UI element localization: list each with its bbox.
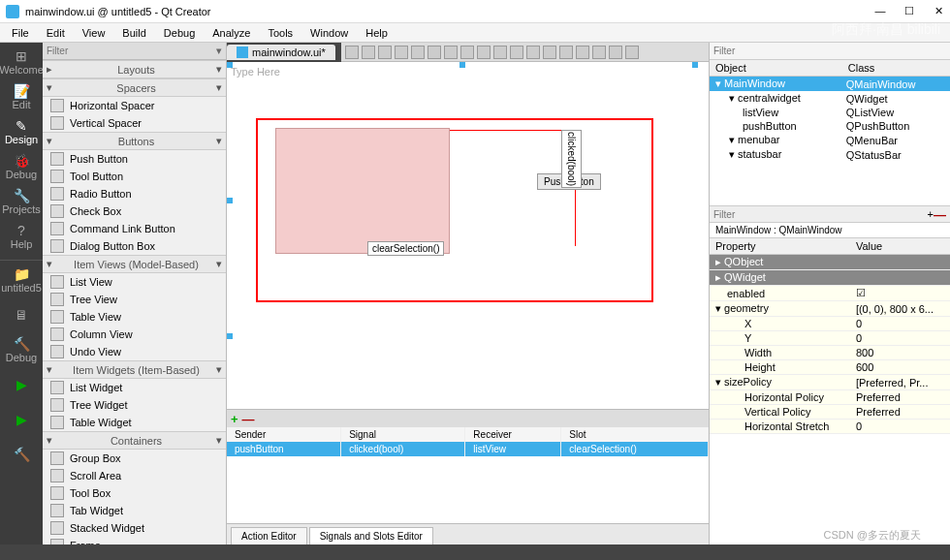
menu-edit[interactable]: Edit	[39, 25, 73, 41]
mode-edit[interactable]: 📝Edit	[2, 81, 41, 112]
remove-icon[interactable]: —	[242, 412, 255, 426]
widget-dialog-button-box[interactable]: Dialog Button Box	[43, 237, 226, 255]
object-row[interactable]: ▾ centralwidgetQWidget	[710, 91, 950, 106]
property-filter-input[interactable]	[713, 209, 928, 220]
form-canvas[interactable]: Type Here PushButton clicked(bool) clear…	[227, 62, 709, 409]
widget-frame[interactable]: Frame	[43, 537, 226, 544]
widget-stacked-widget[interactable]: Stacked Widget	[43, 519, 226, 537]
widget-tool-button[interactable]: Tool Button	[43, 168, 226, 185]
property-row[interactable]: ▸ QObject	[710, 255, 950, 270]
toolbar-button[interactable]	[625, 46, 639, 59]
property-row[interactable]: Height600	[710, 360, 950, 375]
column-header[interactable]: Receiver	[465, 427, 561, 442]
toolbar-button[interactable]	[592, 46, 606, 59]
widget-tree-widget[interactable]: Tree Widget	[43, 396, 226, 414]
property-filter[interactable]: + —	[710, 205, 950, 223]
toolbar-button[interactable]	[609, 46, 622, 59]
toolbar-button[interactable]	[428, 46, 441, 59]
category-containers[interactable]: ▾Containers▾	[43, 431, 226, 450]
widget-vertical-spacer[interactable]: Vertical Spacer	[43, 114, 226, 132]
widget-table-widget[interactable]: Table Widget	[43, 414, 226, 431]
menu-view[interactable]: View	[75, 25, 113, 41]
toolbar-button[interactable]	[460, 46, 474, 59]
menu-build[interactable]: Build	[114, 25, 153, 41]
object-row[interactable]: ▾ statusbarQStatusBar	[710, 147, 950, 162]
category-buttons[interactable]: ▾Buttons▾	[43, 132, 226, 150]
widget-command-link-button[interactable]: Command Link Button	[43, 220, 226, 237]
widget-filter-input[interactable]	[47, 46, 216, 56]
category-item-widgets-item-based-[interactable]: ▾Item Widgets (Item-Based)▾	[43, 360, 226, 379]
kit-button[interactable]: ▶	[2, 404, 41, 435]
toolbar-button[interactable]	[395, 46, 408, 59]
toolbar-button[interactable]	[526, 46, 540, 59]
widget-scroll-area[interactable]: Scroll Area	[43, 467, 226, 484]
editor-tab[interactable]: mainwindow.ui*	[227, 45, 335, 60]
mode-debug[interactable]: 🐞Debug	[2, 151, 41, 182]
property-row[interactable]: Horizontal Stretch0	[710, 420, 950, 434]
signal-row[interactable]: pushButton clicked(bool) listView clearS…	[227, 442, 709, 456]
menu-window[interactable]: Window	[302, 25, 356, 41]
widget-tree-view[interactable]: Tree View	[43, 291, 226, 308]
object-row[interactable]: listViewQListView	[710, 106, 950, 119]
widget-check-box[interactable]: Check Box	[43, 202, 226, 220]
object-inspector[interactable]: ObjectClass▾ MainWindowQMainWindow▾ cent…	[710, 60, 950, 205]
column-header[interactable]: Sender	[227, 427, 341, 442]
widget-tab-widget[interactable]: Tab Widget	[43, 502, 226, 519]
widget-column-view[interactable]: Column View	[43, 326, 226, 343]
menu-tools[interactable]: Tools	[260, 25, 301, 41]
property-row[interactable]: Width800	[710, 346, 950, 360]
mode-welcome[interactable]: ⊞Welcome	[2, 47, 41, 78]
property-editor[interactable]: PropertyValue▸ QObject▸ QWidgetenabled☑▾…	[710, 238, 950, 544]
object-row[interactable]: ▾ MainWindowQMainWindow	[710, 77, 950, 92]
category-spacers[interactable]: ▾Spacers▾	[43, 78, 226, 97]
mode-projects[interactable]: 🔧Projects	[2, 186, 41, 217]
toolbar-button[interactable]	[444, 46, 458, 59]
menu-analyze[interactable]: Analyze	[205, 25, 258, 41]
category-layouts[interactable]: ▸Layouts▾	[43, 60, 226, 78]
category-item-views-model-based-[interactable]: ▾Item Views (Model-Based)▾	[43, 255, 226, 273]
property-row[interactable]: enabled☑	[710, 286, 950, 301]
remove-property-icon[interactable]: —	[934, 207, 946, 222]
property-row[interactable]: Horizontal PolicyPreferred	[710, 390, 950, 405]
widget-group-box[interactable]: Group Box	[43, 450, 226, 467]
widget-tool-box[interactable]: Tool Box	[43, 484, 226, 502]
widget-list-widget[interactable]: List Widget	[43, 379, 226, 396]
property-row[interactable]: ▾ sizePolicy[Preferred, Pr...	[710, 375, 950, 390]
chevron-down-icon[interactable]: ▾	[216, 45, 222, 57]
minimize-button[interactable]: —	[874, 5, 886, 17]
kit-button[interactable]: 🖥	[2, 299, 41, 330]
widget-table-view[interactable]: Table View	[43, 308, 226, 326]
object-row[interactable]: ▾ menubarQMenuBar	[710, 133, 950, 147]
column-header[interactable]: Signal	[341, 427, 465, 442]
object-row[interactable]: pushButtonQPushButton	[710, 119, 950, 133]
kit-button[interactable]: 🔨	[2, 439, 41, 470]
toolbar-button[interactable]	[559, 46, 573, 59]
property-row[interactable]: ▸ QWidget	[710, 270, 950, 286]
property-row[interactable]: X0	[710, 317, 950, 331]
property-row[interactable]: ▾ geometry[(0, 0), 800 x 6...	[710, 301, 950, 317]
property-row[interactable]: Y0	[710, 331, 950, 346]
toolbar-button[interactable]	[510, 46, 523, 59]
widget-filter[interactable]: ▾	[43, 43, 226, 60]
toolbar-button[interactable]	[411, 46, 425, 59]
menu-file[interactable]: File	[4, 25, 37, 41]
widget-horizontal-spacer[interactable]: Horizontal Spacer	[43, 97, 226, 114]
menu-debug[interactable]: Debug	[156, 25, 203, 41]
close-button[interactable]: ✕	[933, 5, 944, 17]
menu-type-here[interactable]: Type Here	[231, 66, 280, 78]
kit-Debug[interactable]: 🔨Debug	[2, 334, 41, 365]
toolbar-button[interactable]	[378, 46, 392, 59]
menu-help[interactable]: Help	[358, 25, 396, 41]
column-header[interactable]: Slot	[561, 427, 709, 442]
toolbar-button[interactable]	[543, 46, 556, 59]
widget-list-view[interactable]: List View	[43, 273, 226, 291]
toolbar-button[interactable]	[345, 46, 359, 59]
object-filter-input[interactable]	[713, 46, 946, 56]
toolbar-button[interactable]	[576, 46, 589, 59]
kit-button[interactable]: ▶	[2, 369, 41, 400]
widget-undo-view[interactable]: Undo View	[43, 343, 226, 360]
bottom-tab[interactable]: Signals and Slots Editor	[309, 527, 433, 544]
list-view-widget[interactable]	[275, 128, 450, 254]
maximize-button[interactable]: ☐	[903, 5, 915, 17]
toolbar-button[interactable]	[477, 46, 491, 59]
